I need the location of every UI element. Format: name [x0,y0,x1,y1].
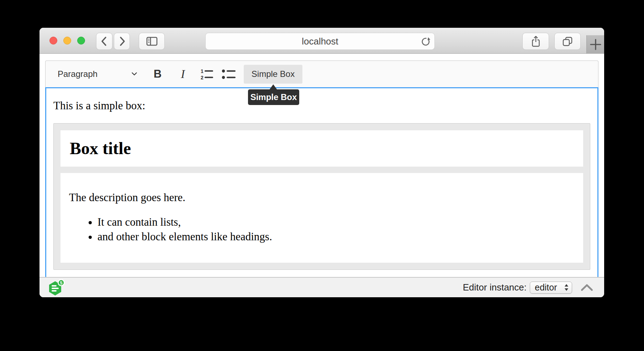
list-item: and other block elements like headings. [97,230,575,244]
forward-button[interactable] [114,33,130,50]
chevron-down-icon [132,72,137,76]
bulleted-list-button[interactable] [221,65,238,84]
inspector-bar: 5 Editor instance: editor [39,277,604,297]
share-icon [531,35,541,47]
sidebar-icon [146,36,158,47]
chevron-left-icon [100,36,109,47]
editor-instance-label: Editor instance: [463,282,527,293]
svg-text:5: 5 [60,281,63,285]
sidebar-toggle-button[interactable] [139,33,165,50]
bold-icon: B [154,68,162,80]
chevron-up-icon [580,283,593,292]
italic-button[interactable]: I [174,65,191,84]
tabs-overview-icon [562,36,573,47]
tooltip-text: Simple Box [248,89,299,105]
close-window-button[interactable] [49,37,57,44]
back-button[interactable] [96,33,112,50]
browser-titlebar: localhost [39,28,604,54]
simple-box-button-label: Simple Box [252,69,295,79]
box-title-heading: Box title [70,137,574,159]
new-tab-button[interactable] [586,35,604,54]
zoom-window-button[interactable] [77,37,85,44]
simple-box-button[interactable]: Simple Box [244,65,302,84]
simple-box-description-region[interactable]: The description goes here. It can contai… [60,173,583,263]
desktop-background: localhost [0,0,644,351]
simple-box-widget[interactable]: Box title The description goes here. It … [53,123,590,270]
list-item: It can contain lists, [97,215,575,229]
select-arrows-icon [564,283,569,292]
tooltip-caret-icon [269,84,277,90]
intro-paragraph: This is a simple box: [53,99,590,112]
ckeditor-logo-icon: 5 [47,279,66,297]
ckeditor-logo-button[interactable]: 5 [47,279,66,297]
tooltip: Simple Box [248,84,299,105]
description-list: It can contain lists, and other block el… [69,215,575,244]
heading-dropdown-label: Paragraph [58,69,97,79]
description-paragraph: The description goes here. [69,191,575,204]
svg-text:2: 2 [201,75,204,80]
numbered-list-icon: 1 2 [199,68,215,80]
ckeditor: Paragraph B I 1 2 [45,61,598,277]
editor-instance-select[interactable]: editor [530,282,572,294]
editor-toolbar: Paragraph B I 1 2 [45,61,598,87]
browser-window: localhost [39,28,604,297]
inspector-collapse-button[interactable] [580,283,593,292]
heading-dropdown[interactable]: Paragraph [51,64,142,84]
simple-box-title-region[interactable]: Box title [60,130,583,167]
chevron-right-icon [118,36,126,47]
address-bar[interactable]: localhost [205,33,435,50]
bulleted-list-icon [221,68,237,80]
tab-overview-button[interactable] [554,33,581,50]
address-bar-url: localhost [206,33,434,49]
numbered-list-button[interactable]: 1 2 [197,65,217,84]
minimize-window-button[interactable] [63,37,71,44]
inspector-controls: Editor instance: editor [463,278,593,297]
bold-button[interactable]: B [149,65,166,84]
editor-instance-value: editor [535,282,564,293]
share-button[interactable] [522,33,549,50]
window-controls [49,37,85,44]
editor-content[interactable]: This is a simple box: Box title The desc… [45,87,598,277]
italic-icon: I [181,67,185,81]
plus-icon [590,38,602,51]
reload-button[interactable] [419,36,432,48]
reload-icon [420,36,431,47]
svg-text:1: 1 [201,68,204,74]
